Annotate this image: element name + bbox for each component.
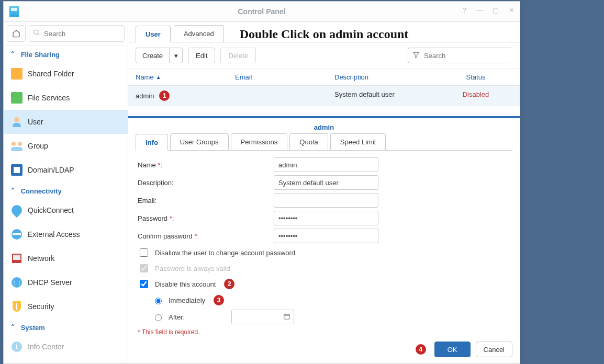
ok-button[interactable]: OK — [434, 342, 471, 357]
user-icon — [11, 116, 23, 128]
section-file-sharing[interactable]: ˄ File Sharing — [4, 46, 128, 62]
email-field[interactable] — [274, 193, 378, 208]
dhcp-icon: ⋮⋮ — [11, 277, 23, 288]
tab-speed-limit[interactable]: Speed Limit — [330, 133, 386, 150]
password-field[interactable] — [274, 211, 378, 225]
external-access-icon — [11, 229, 23, 240]
sidebar: ˄ File Sharing Shared Folder File Servic… — [4, 22, 128, 363]
tab-user[interactable]: User — [136, 26, 171, 42]
svg-rect-2 — [284, 314, 290, 318]
shield-icon — [11, 301, 23, 312]
name-field[interactable] — [274, 157, 378, 172]
svg-line-1 — [38, 33, 39, 35]
cell-email — [235, 90, 334, 101]
col-status-header[interactable]: Status — [439, 73, 512, 81]
sidebar-item-dhcp[interactable]: ⋮⋮ DHCP Server — [4, 270, 128, 294]
sidebar-search-input[interactable] — [29, 25, 125, 42]
section-connectivity[interactable]: ˄ Connectivity — [4, 182, 128, 198]
main-area: Double Click on admin account User Advan… — [128, 22, 520, 363]
info-icon: i — [11, 341, 23, 352]
quickconnect-icon — [11, 204, 23, 216]
create-dropdown-caret[interactable]: ▾ — [169, 48, 182, 63]
label-name: Name *: — [138, 161, 274, 169]
chevron-up-icon: ˄ — [11, 323, 15, 331]
col-name-header[interactable]: Name ▲ — [136, 73, 235, 81]
label-disable-account: Disable this account — [155, 280, 216, 288]
table-row[interactable]: admin 1 System default user Disabled — [128, 86, 520, 106]
sidebar-item-security[interactable]: Security — [4, 294, 128, 318]
label-after: After: — [169, 313, 226, 321]
network-icon — [11, 253, 23, 264]
password-always-valid-checkbox — [140, 264, 148, 272]
cell-description: System default user — [334, 90, 439, 101]
cell-status: Disabled — [439, 90, 512, 101]
close-icon[interactable]: ✕ — [506, 5, 517, 15]
toolbar-search-input[interactable] — [423, 48, 513, 63]
cell-name: admin — [136, 92, 154, 100]
tab-quota[interactable]: Quota — [289, 133, 328, 150]
delete-button: Delete — [220, 48, 256, 63]
home-button[interactable] — [7, 25, 26, 42]
tab-user-groups[interactable]: User Groups — [170, 133, 229, 150]
disallow-change-checkbox[interactable] — [140, 248, 148, 257]
search-icon — [33, 29, 40, 38]
label-description: Description: — [138, 179, 274, 187]
callout-badge-4: 4 — [416, 344, 426, 355]
sidebar-item-external-access[interactable]: External Access — [4, 222, 128, 246]
callout-badge-2: 2 — [224, 279, 234, 289]
control-panel-window: Control Panel ? — ▢ ✕ ˄ — [3, 1, 520, 364]
chevron-up-icon: ˄ — [11, 50, 15, 58]
minimize-icon[interactable]: — — [475, 5, 485, 15]
window-title: Control Panel — [238, 7, 285, 16]
dialog-footer: 4 OK Cancel — [136, 335, 512, 357]
domain-ldap-icon — [11, 164, 23, 176]
label-password-always-valid: Password is always valid — [155, 265, 230, 272]
maximize-icon[interactable]: ▢ — [490, 5, 501, 15]
tab-info[interactable]: Info — [136, 134, 168, 151]
cancel-button[interactable]: Cancel — [476, 342, 512, 357]
funnel-icon — [412, 51, 420, 60]
sidebar-item-quickconnect[interactable]: QuickConnect — [4, 198, 128, 222]
tab-permissions[interactable]: Permissions — [231, 133, 288, 150]
file-services-icon — [11, 92, 23, 104]
sidebar-item-user[interactable]: User — [4, 110, 128, 134]
calendar-icon — [283, 313, 290, 322]
info-form: Name *: Description: Email: Password *: — [136, 151, 512, 336]
description-field[interactable] — [274, 175, 378, 190]
label-email: Email: — [138, 197, 274, 204]
chevron-up-icon: ˄ — [11, 187, 15, 195]
grid-header: Name ▲ Email Description Status — [128, 69, 520, 86]
sidebar-item-group[interactable]: Group — [4, 134, 128, 158]
create-button[interactable]: Create ▾ — [136, 48, 183, 63]
section-system[interactable]: ˄ System — [4, 318, 128, 335]
tutorial-headline: Double Click on admin account — [240, 27, 409, 41]
sidebar-item-file-services[interactable]: File Services — [4, 86, 128, 110]
titlebar: Control Panel ? — ▢ ✕ — [4, 2, 520, 21]
sidebar-item-network[interactable]: Network — [4, 246, 128, 270]
label-disallow-change: Disallow the user to change account pass… — [155, 249, 295, 257]
shared-folder-icon — [11, 68, 23, 79]
col-email-header[interactable]: Email — [235, 73, 334, 81]
dialog-title: admin — [136, 118, 512, 133]
callout-badge-3: 3 — [214, 295, 224, 305]
sort-asc-icon: ▲ — [156, 74, 161, 80]
help-icon[interactable]: ? — [459, 5, 469, 15]
edit-button[interactable]: Edit — [188, 48, 215, 63]
after-date-field[interactable] — [231, 310, 294, 324]
label-password: Password *: — [138, 214, 274, 222]
group-icon — [11, 140, 23, 152]
radio-immediately[interactable] — [155, 298, 162, 304]
disable-account-checkbox[interactable] — [140, 280, 148, 288]
confirm-password-field[interactable] — [274, 229, 378, 243]
svg-point-0 — [34, 30, 38, 34]
tab-advanced[interactable]: Advanced — [174, 25, 224, 42]
sidebar-item-domain-ldap[interactable]: Domain/LDAP — [4, 158, 128, 182]
sidebar-item-info-center[interactable]: i Info Center — [4, 335, 128, 359]
callout-badge-1: 1 — [159, 90, 170, 101]
toolbar-search[interactable] — [408, 48, 512, 63]
radio-after[interactable] — [155, 314, 162, 321]
label-immediately: Immediately — [169, 297, 205, 304]
sidebar-item-shared-folder[interactable]: Shared Folder — [4, 62, 128, 86]
col-description-header[interactable]: Description — [334, 73, 439, 81]
toolbar: Create ▾ Edit Delete — [128, 42, 520, 69]
